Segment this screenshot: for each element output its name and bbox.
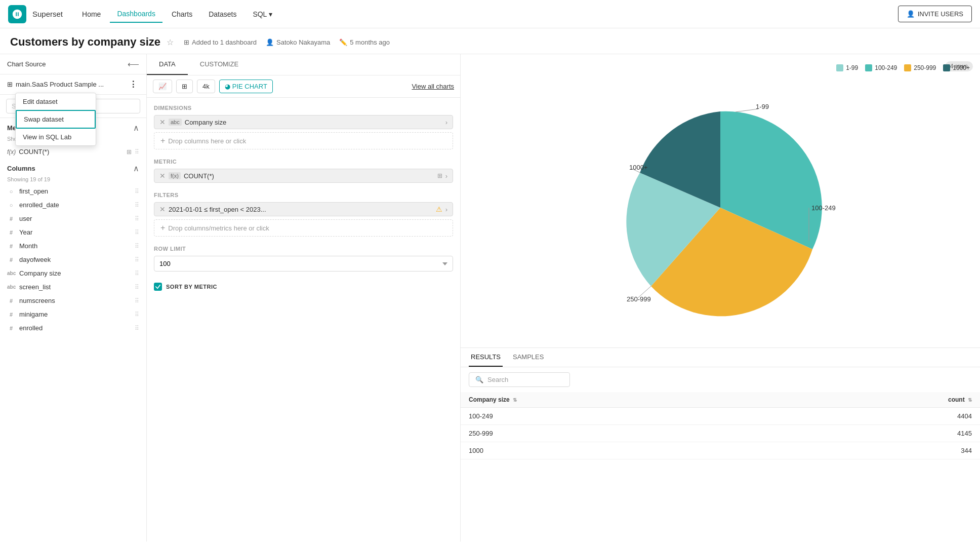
center-panel: DATA CUSTOMIZE 📈 ⊞ 4k ◕ PIE CHART View a… — [147, 54, 461, 541]
filter-tag-date[interactable]: ✕ 2021-01-01 ≤ first_open < 2023... ⚠ › — [154, 202, 453, 216]
remove-metric-button[interactable]: ✕ — [159, 172, 166, 180]
nav-charts[interactable]: Charts — [165, 6, 199, 22]
nav-sql[interactable]: SQL ▾ — [246, 6, 279, 22]
drag-handle-icon: ⠿ — [135, 325, 139, 332]
top-nav: Superset Home Dashboards Charts Datasets… — [0, 0, 980, 28]
legend-item-100-249: 100-249 — [865, 64, 897, 71]
center-tab-bar: DATA CUSTOMIZE — [147, 54, 460, 75]
user-plus-icon: 👤 — [907, 10, 915, 18]
list-item: abc screen_list ⠿ — [0, 280, 146, 294]
columns-section-header: Columns ∧ — [0, 159, 146, 176]
main-layout: Chart Source ⟵ ⊞ main.SaaS Product Sampl… — [0, 54, 980, 541]
drag-handle-icon: ⠿ — [135, 148, 139, 156]
cell-count: 4404 — [911, 412, 972, 420]
chart-type-line-button[interactable]: 📈 — [153, 80, 172, 93]
chevron-right-icon: › — [445, 119, 447, 126]
metric-count-star: f(x) COUNT(*) ⊞ ⠿ — [0, 145, 146, 159]
column-header-count: count ⇅ — [911, 396, 972, 403]
list-item: # enrolled ⠿ — [0, 321, 146, 335]
columns-collapse-button[interactable]: ∧ — [133, 164, 139, 173]
drag-handle-icon: ⠿ — [135, 229, 139, 236]
grid-icon: ⊞ — [7, 81, 13, 88]
meta-info: ⊞ Added to 1 dashboard 👤 Satoko Nakayama… — [184, 38, 390, 46]
columns-count: Showing 19 of 19 — [0, 176, 146, 184]
list-item: ○ first_open ⠿ — [0, 184, 146, 198]
dataset-row: ⊞ main.SaaS Product Sample ... ⋮ Edit da… — [0, 74, 146, 95]
results-search-area: 🔍 Search — [461, 367, 980, 392]
page-title: Customers by company size — [10, 35, 160, 49]
drag-handle-icon: ⠿ — [135, 270, 139, 277]
list-item: abc Company size ⠿ — [0, 266, 146, 280]
metrics-collapse-button[interactable]: ∧ — [133, 123, 139, 133]
filters-section: FILTERS ✕ 2021-01-01 ≤ first_open < 2023… — [154, 192, 453, 237]
chevron-right-icon: › — [445, 172, 447, 180]
chart-type-pie-button[interactable]: ◕ PIE CHART — [219, 80, 273, 93]
row-count-button[interactable]: 4k — [197, 80, 215, 93]
clock-icon: ✏️ — [339, 38, 347, 46]
view-all-charts-link[interactable]: View all charts — [412, 83, 454, 90]
drag-handle-icon: ⠿ — [135, 215, 139, 222]
drag-handle-icon: ⠿ — [135, 297, 139, 304]
table-row: 1000 344 — [461, 442, 980, 459]
view-sql-lab-menu-item[interactable]: View in SQL Lab — [16, 129, 96, 145]
row-limit-section: ROW LIMIT 100 10 1000 10000 — [154, 246, 453, 272]
cell-count: 344 — [911, 447, 972, 454]
favorite-icon[interactable]: ☆ — [167, 37, 174, 47]
row-limit-select[interactable]: 100 10 1000 10000 — [154, 256, 453, 272]
drag-handle-icon: ⠿ — [135, 202, 139, 209]
more-options-button[interactable]: ⋮ — [127, 79, 139, 90]
remove-dimension-button[interactable]: ✕ — [159, 118, 166, 126]
list-item: # minigame ⠿ — [0, 307, 146, 321]
nav-datasets[interactable]: Datasets — [201, 6, 243, 22]
list-item: # Month ⠿ — [0, 239, 146, 253]
invite-users-button[interactable]: 👤 INVITE USERS — [898, 6, 972, 22]
filters-drop-zone[interactable]: + Drop columns/metrics here or click — [154, 219, 453, 237]
pie-chart-svg: 1000+ 250-999 100-249 1-99 — [599, 99, 842, 317]
swap-dataset-menu-item[interactable]: Swap dataset — [16, 110, 96, 129]
drag-handle-icon: ⠿ — [135, 188, 139, 195]
tab-samples[interactable]: SAMPLES — [511, 348, 546, 367]
dashboard-meta: ⊞ Added to 1 dashboard — [184, 38, 257, 46]
remove-filter-button[interactable]: ✕ — [159, 205, 166, 213]
results-table: Company size ⇅ count ⇅ 100-249 4404 250-… — [461, 392, 980, 541]
right-panel: 4 rows 1-99 100-249 250-999 1000+ — [461, 54, 980, 541]
drag-handle-icon: ⠿ — [135, 243, 139, 250]
tab-results[interactable]: RESULTS — [469, 348, 503, 367]
edit-dataset-menu-item[interactable]: Edit dataset — [16, 93, 96, 110]
sort-by-metric-section: SORT BY METRIC — [154, 281, 453, 293]
list-item: # user ⠿ — [0, 212, 146, 225]
dimensions-label: DIMENSIONS — [154, 105, 453, 111]
drag-handle-icon: ⠿ — [135, 311, 139, 318]
user-icon: 👤 — [266, 38, 274, 46]
tab-data[interactable]: DATA — [147, 54, 188, 75]
sort-by-metric-checkbox[interactable] — [154, 283, 162, 291]
label-1000plus-left: 1000+ — [629, 164, 648, 171]
page-header: Customers by company size ☆ ⊞ Added to 1… — [0, 28, 980, 54]
table-row: 100-249 4404 — [461, 408, 980, 425]
chevron-right-icon: › — [445, 206, 447, 213]
logo — [8, 5, 26, 23]
collapse-panel-button[interactable]: ⟵ — [128, 59, 139, 69]
dimensions-drop-zone[interactable]: + Drop columns here or click — [154, 132, 453, 149]
columns-title: Columns — [7, 165, 35, 172]
dimension-tag-company-size[interactable]: ✕ abc Company size › — [154, 115, 453, 129]
drag-handle-icon: ⠿ — [135, 256, 139, 263]
nav-home[interactable]: Home — [75, 6, 108, 22]
brand-name: Superset — [32, 10, 63, 18]
results-search-container[interactable]: 🔍 Search — [469, 372, 570, 387]
row-limit-label: ROW LIMIT — [154, 246, 453, 252]
cell-company-size: 250-999 — [469, 430, 911, 437]
nav-links: Home Dashboards Charts Datasets SQL ▾ — [75, 6, 894, 23]
pie-chart-container: 1000+ 250-999 100-249 1-99 — [599, 99, 842, 318]
nav-dashboards[interactable]: Dashboards — [110, 6, 162, 23]
dataset-name: main.SaaS Product Sample ... — [16, 81, 124, 88]
tab-customize[interactable]: CUSTOMIZE — [188, 54, 251, 75]
sort-icon: ⇅ — [513, 397, 517, 403]
config-area: DIMENSIONS ✕ abc Company size › + Drop c… — [147, 98, 460, 541]
list-item: # Year ⠿ — [0, 225, 146, 239]
drag-handle-icon: ⠿ — [135, 284, 139, 291]
chart-type-table-button[interactable]: ⊞ — [176, 80, 193, 93]
list-item: ○ enrolled_date ⠿ — [0, 198, 146, 212]
dimensions-section: DIMENSIONS ✕ abc Company size › + Drop c… — [154, 105, 453, 149]
metric-tag-count[interactable]: ✕ f(x) COUNT(*) ⊞ › — [154, 169, 453, 183]
